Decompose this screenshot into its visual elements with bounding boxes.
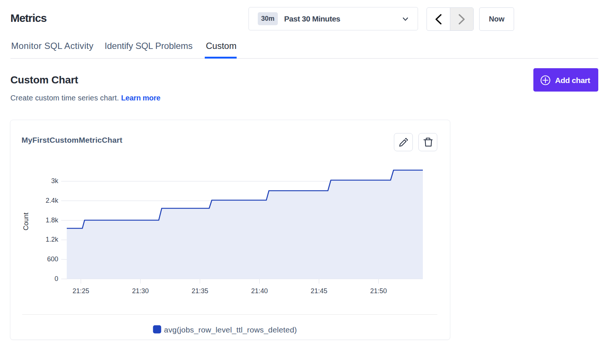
svg-text:21:25: 21:25	[72, 287, 89, 295]
svg-text:21:50: 21:50	[370, 287, 387, 295]
svg-text:3k: 3k	[51, 177, 59, 185]
svg-text:Count: Count	[22, 212, 30, 230]
svg-text:1.8k: 1.8k	[46, 216, 59, 224]
svg-text:2.4k: 2.4k	[46, 197, 59, 204]
svg-text:21:35: 21:35	[191, 287, 208, 295]
svg-text:21:30: 21:30	[132, 287, 149, 295]
svg-text:600: 600	[47, 255, 58, 263]
svg-text:0: 0	[55, 275, 58, 282]
svg-text:21:45: 21:45	[310, 287, 327, 295]
svg-text:1.2k: 1.2k	[46, 236, 59, 243]
svg-text:21:40: 21:40	[251, 287, 268, 295]
svg-text:avg(jobs_row_level_ttl_rows_de: avg(jobs_row_level_ttl_rows_deleted)	[164, 325, 297, 334]
